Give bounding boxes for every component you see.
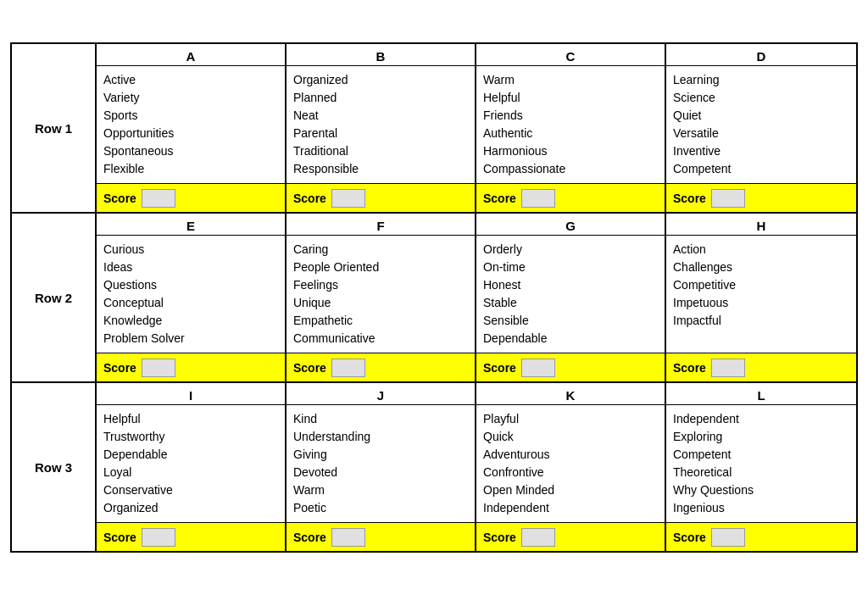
list-item: Planned [293, 89, 468, 107]
list-item: Curious [103, 241, 278, 259]
cell-header-e: E [97, 214, 285, 236]
list-item: Competent [673, 160, 849, 178]
cell-header-g: G [476, 214, 665, 236]
cell-items-b: OrganizedPlannedNeatParentalTraditionalR… [287, 66, 475, 183]
list-item: Compassionate [483, 160, 658, 178]
cell-row3-j: JKindUnderstandingGivingDevotedWarmPoeti… [287, 383, 476, 551]
cell-header-k: K [476, 383, 665, 405]
score-row-i: Score [97, 522, 285, 551]
score-input-d[interactable] [711, 189, 745, 208]
score-label: Score [483, 192, 516, 205]
cell-items-k: PlayfulQuickAdventurousConfrontiveOpen M… [476, 405, 665, 522]
cell-header-f: F [287, 214, 475, 236]
cell-items-j: KindUnderstandingGivingDevotedWarmPoetic [287, 405, 475, 522]
list-item: On-time [483, 259, 658, 276]
list-item: Quick [483, 428, 658, 446]
list-item: Impetuous [673, 294, 849, 312]
list-item: Helpful [483, 89, 658, 107]
grid-row-2: Row 2ECuriousIdeasQuestionsConceptualKno… [12, 214, 856, 383]
cell-row2-h: HActionChallengesCompetitiveImpetuousImp… [666, 214, 856, 381]
list-item: Authentic [483, 125, 658, 142]
cell-row2-e: ECuriousIdeasQuestionsConceptualKnowledg… [97, 214, 287, 381]
list-item: Orderly [483, 241, 658, 259]
list-item: Challenges [673, 259, 849, 276]
score-row-h: Score [666, 353, 856, 381]
cell-header-j: J [287, 383, 475, 405]
score-row-a: Score [97, 183, 285, 212]
list-item: Helpful [103, 410, 278, 428]
score-label: Score [293, 361, 326, 375]
list-item: Conservative [103, 481, 278, 499]
cell-row3-k: KPlayfulQuickAdventurousConfrontiveOpen … [476, 383, 666, 551]
score-input-h[interactable] [711, 359, 745, 377]
score-row-c: Score [476, 183, 665, 212]
score-row-b: Score [287, 183, 475, 212]
list-item: Variety [103, 89, 278, 107]
list-item: Independent [483, 499, 658, 517]
score-label: Score [483, 531, 516, 544]
score-label: Score [673, 531, 706, 544]
list-item: Inventive [673, 142, 849, 160]
row-label-1: Row 1 [12, 44, 97, 212]
list-item: Science [673, 89, 849, 107]
score-input-l[interactable] [711, 528, 745, 547]
grid-row-3: Row 3IHelpfulTrustworthyDependableLoyalC… [12, 383, 856, 551]
main-grid: Row 1AActiveVarietySportsOpportunitiesSp… [10, 42, 858, 553]
list-item: Sports [103, 107, 278, 125]
list-item: Caring [293, 241, 468, 259]
cell-header-i: I [97, 383, 285, 405]
list-item: Giving [293, 446, 468, 464]
list-item: Exploring [673, 428, 849, 446]
cell-header-b: B [287, 44, 475, 66]
score-input-j[interactable] [331, 528, 365, 547]
score-row-k: Score [476, 522, 665, 551]
cell-row1-d: DLearningScienceQuietVersatileInventiveC… [666, 44, 856, 212]
list-item: Stable [483, 294, 658, 312]
list-item: Questions [103, 276, 278, 294]
list-item: Devoted [293, 464, 468, 481]
score-row-e: Score [97, 353, 285, 381]
cell-row3-i: IHelpfulTrustworthyDependableLoyalConser… [97, 383, 287, 551]
cell-items-c: WarmHelpfulFriendsAuthenticHarmoniousCom… [476, 66, 665, 183]
list-item: Conceptual [103, 294, 278, 312]
list-item: Trustworthy [103, 428, 278, 446]
list-item: Adventurous [483, 446, 658, 464]
list-item: Dependable [483, 330, 658, 348]
score-input-c[interactable] [521, 189, 555, 208]
list-item: Communicative [293, 330, 468, 348]
row-label-3: Row 3 [12, 383, 97, 551]
list-item: Action [673, 241, 849, 259]
list-item: Confrontive [483, 464, 658, 481]
cell-items-f: CaringPeople OrientedFeelingsUniqueEmpat… [287, 236, 475, 353]
score-input-i[interactable] [142, 528, 175, 547]
score-row-d: Score [666, 183, 856, 212]
score-input-f[interactable] [331, 359, 365, 377]
list-item: Why Questions [673, 481, 849, 499]
cell-header-d: D [666, 44, 856, 66]
score-label: Score [293, 192, 326, 205]
score-label: Score [103, 361, 136, 375]
score-label: Score [103, 531, 136, 544]
score-row-l: Score [666, 522, 856, 551]
score-input-a[interactable] [142, 189, 175, 208]
list-item: Ideas [103, 259, 278, 276]
list-item: Spontaneous [103, 142, 278, 160]
score-label: Score [103, 192, 136, 205]
cell-header-a: A [97, 44, 285, 66]
score-input-e[interactable] [142, 359, 175, 377]
list-item: Open Minded [483, 481, 658, 499]
cell-header-l: L [666, 383, 856, 405]
cell-items-i: HelpfulTrustworthyDependableLoyalConserv… [97, 405, 285, 522]
cell-row1-b: BOrganizedPlannedNeatParentalTraditional… [287, 44, 476, 212]
list-item: Versatile [673, 125, 849, 142]
list-item: Loyal [103, 464, 278, 481]
list-item: Feelings [293, 276, 468, 294]
score-input-b[interactable] [331, 189, 365, 208]
score-input-g[interactable] [521, 359, 555, 377]
score-label: Score [673, 192, 706, 205]
list-item: Organized [103, 499, 278, 517]
list-item: Empathetic [293, 312, 468, 330]
list-item: Theoretical [673, 464, 849, 481]
list-item: Organized [293, 71, 468, 89]
score-input-k[interactable] [521, 528, 555, 547]
